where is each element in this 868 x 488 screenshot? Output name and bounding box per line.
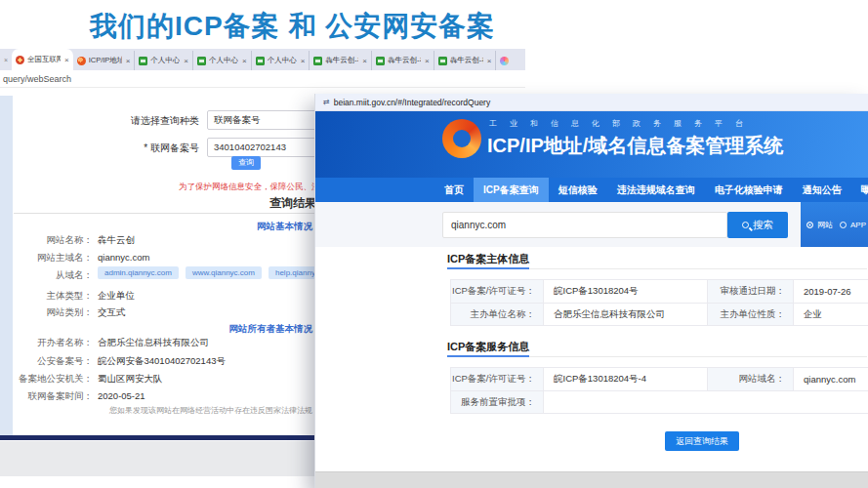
- close-icon[interactable]: ×: [301, 57, 306, 65]
- field-label: 主体类型：: [10, 290, 93, 303]
- radio-app[interactable]: [840, 222, 847, 228]
- close-icon[interactable]: ×: [64, 56, 69, 64]
- tab-personal-center-2[interactable]: 个人中心 ×: [192, 51, 251, 70]
- radio-website[interactable]: [806, 222, 813, 228]
- screenshot-stage: 我们的ICP备案 和 公安网安备案 × 全国互联网安 × ICP/IP地址: ×…: [0, 0, 868, 488]
- search-section: 搜索 网站 APP: [315, 202, 868, 247]
- radio-app-label: APP: [850, 221, 866, 229]
- miit-navbar: 首页 ICP备案查询 短信核验 违法违规域名查询 电子化核验申请 通知公告 曝光…: [315, 178, 868, 202]
- heading-underline: [447, 267, 529, 269]
- domain-tag[interactable]: www.qiannyc.com: [186, 266, 262, 279]
- query-type-label: 请选择查询种类: [76, 114, 199, 128]
- cell-label: 审核通过日期：: [708, 280, 794, 303]
- query-type-select[interactable]: 联网备案号: [207, 110, 324, 130]
- tab-qiannyc-1[interactable]: 犇牛云创-在 ×: [309, 51, 371, 70]
- field-label: 网站类别：: [10, 306, 93, 319]
- tab-miit[interactable]: ICP/IP地址: ×: [73, 51, 135, 70]
- field-label: 从域名：: [10, 269, 93, 282]
- search-input[interactable]: [442, 212, 727, 238]
- miit-logo-icon: [442, 119, 481, 158]
- sub-domain-tags: admin.qiannyc.com www.qiannyc.com help.q…: [98, 266, 343, 279]
- service-info-table: ICP备案/许可证号： 皖ICP备13018204号-4 网站域名： qiann…: [450, 367, 868, 414]
- report-footnote: 您如果发现该网站在网络经营活动中存在违反国家法律法规: [57, 405, 312, 416]
- nav-icp-query[interactable]: ICP备案查询: [474, 178, 549, 202]
- miit-window: ⇄ beian.miit.gov.cn/#/Integrated/recordQ…: [314, 94, 868, 488]
- result-title: 查询结果: [269, 195, 316, 212]
- back-to-results-button[interactable]: 返回查询结果: [665, 431, 739, 451]
- site-name-value: 犇牛云创: [98, 234, 135, 247]
- close-icon[interactable]: ×: [126, 57, 131, 65]
- cell-label: ICP备案/许可证号：: [451, 368, 544, 390]
- table-row: ICP备案/许可证号： 皖ICP备13018204号-4 网站域名： qiann…: [451, 368, 868, 390]
- owner-name-value: 合肥乐尘信息科技有限公司: [98, 337, 209, 349]
- tab-label: 犇牛云创-在: [388, 56, 421, 65]
- tab-misc[interactable]: [495, 51, 513, 70]
- nav-illegal-domain[interactable]: 违法违规域名查询: [607, 178, 705, 202]
- tab-partial[interactable]: ×: [0, 49, 12, 70]
- nav-home[interactable]: 首页: [434, 178, 474, 202]
- search-button[interactable]: 搜索: [727, 212, 788, 238]
- tab-label: 个人中心: [209, 56, 238, 65]
- cell-label: 主办单位性质：: [708, 304, 794, 325]
- tab-qiannyc-3[interactable]: 犇牛云创-在 ×: [434, 51, 496, 70]
- nav-e-verify[interactable]: 电子化核验申请: [705, 178, 793, 202]
- miit-favicon: [77, 57, 86, 65]
- site-basic-info-link[interactable]: 网站基本情况: [195, 221, 312, 233]
- nav-exposure[interactable]: 曝光台: [851, 178, 868, 202]
- owner-info-link[interactable]: 网站所有者基本情况: [176, 323, 312, 336]
- close-icon[interactable]: ×: [487, 57, 492, 65]
- approve-date-value: 2019-07-26: [794, 280, 868, 303]
- police-office-value: 蜀山区网安大队: [98, 373, 163, 386]
- tab-label: 个人中心: [150, 56, 180, 65]
- page-title: 我们的ICP备案 和 公安网安备案: [90, 8, 495, 45]
- browser-tab-bar: × 全国互联网安 × ICP/IP地址: × 个人中心 × 个人中心 × 个人中…: [0, 49, 525, 70]
- emblem-icon: [16, 56, 24, 64]
- left-url-text: query/webSearch: [0, 74, 71, 84]
- nav-notice[interactable]: 通知公告: [793, 178, 851, 202]
- site-favicon: [139, 57, 147, 65]
- field-label: 公安备案号：: [10, 355, 93, 368]
- close-icon[interactable]: ×: [242, 57, 247, 65]
- tab-qiannyc-2[interactable]: 犇牛云创-在 ×: [371, 51, 434, 70]
- miit-banner: 工业和信息化部政务服务平台 ICP/IP地址/域名信息备案管理系统: [315, 111, 868, 178]
- close-icon[interactable]: ×: [425, 57, 430, 65]
- site-favicon: [197, 57, 206, 65]
- site-category-value: 交互式: [98, 306, 126, 319]
- tab-label: 个人中心: [268, 56, 297, 65]
- banner-subtitle: 工业和信息化部政务服务平台: [489, 118, 756, 129]
- mps-record-no-value: 皖公网安备34010402702143号: [98, 355, 226, 368]
- left-address-bar[interactable]: query/webSearch: [0, 70, 525, 88]
- site-favicon: [256, 57, 265, 65]
- miit-address-bar[interactable]: ⇄ beian.miit.gov.cn/#/Integrated/recordQ…: [315, 94, 868, 111]
- site-info-icon: ⇄: [323, 98, 330, 106]
- subject-type-value: 企业单位: [98, 290, 135, 303]
- subject-info-heading: ICP备案主体信息: [447, 252, 529, 266]
- tab-beian-mps[interactable]: 全国互联网安 ×: [12, 49, 73, 70]
- cell-label: 主办单位名称：: [451, 304, 544, 325]
- record-no-input[interactable]: 34010402702143: [207, 138, 324, 157]
- nav-sms-verify[interactable]: 短信核验: [549, 178, 607, 202]
- close-icon[interactable]: ×: [184, 57, 188, 65]
- field-label: 开办者名称：: [10, 337, 93, 349]
- cell-label: ICP备案/许可证号：: [451, 280, 544, 303]
- cell-label: 服务前置审批项：: [451, 391, 544, 413]
- tab-personal-center-1[interactable]: 个人中心 ×: [134, 51, 192, 70]
- approval-value: [544, 391, 868, 413]
- table-row: ICP备案/许可证号： 皖ICP备13018204号 审核通过日期： 2019-…: [451, 280, 868, 303]
- domain-value: qiannyc.com: [794, 368, 868, 390]
- service-license-value: 皖ICP备13018204号-4: [544, 368, 708, 390]
- subject-info-table: ICP备案/许可证号： 皖ICP备13018204号 审核通过日期： 2019-…: [450, 279, 868, 326]
- service-info-heading: ICP备案服务信息: [447, 340, 529, 354]
- domain-tag[interactable]: admin.qiannyc.com: [98, 266, 179, 279]
- tab-label: ICP/IP地址:: [89, 56, 122, 65]
- miit-url-text: beian.miit.gov.cn/#/Integrated/recordQue…: [334, 98, 490, 107]
- tab-label: 犇牛云创-在: [450, 56, 483, 65]
- tab-personal-center-3[interactable]: 个人中心 ×: [251, 51, 310, 70]
- miit-footer-band: [315, 471, 868, 488]
- table-row: 主办单位名称： 合肥乐尘信息科技有限公司 主办单位性质： 企业: [451, 303, 868, 325]
- query-button[interactable]: 查询: [231, 156, 261, 170]
- close-icon[interactable]: ×: [362, 57, 367, 65]
- table-row: 服务前置审批项：: [451, 390, 868, 413]
- field-label: 备案地公安机关：: [10, 373, 93, 386]
- search-icon: [742, 222, 749, 228]
